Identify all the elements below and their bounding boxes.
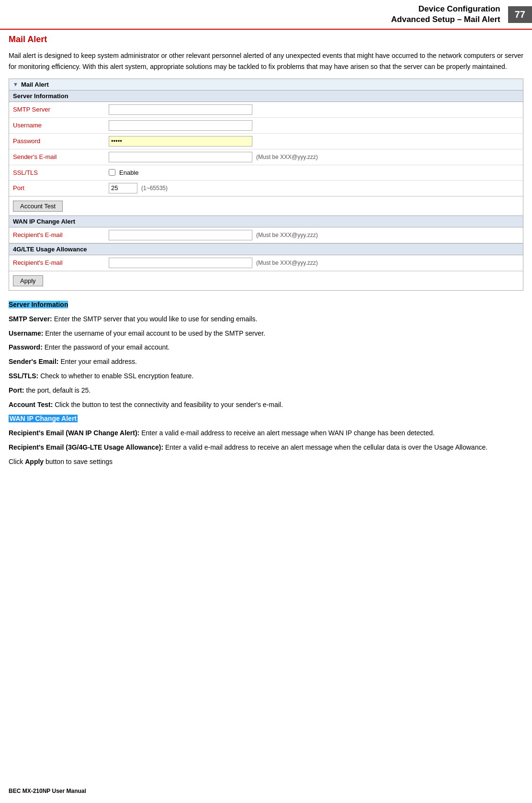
desc-smtp: SMTP Server: Enter the SMTP server that … [9, 314, 523, 325]
desc-wan-recipient: Recipient's Email (WAN IP Change Alert):… [9, 428, 523, 439]
ssl-tls-checkbox[interactable] [109, 169, 115, 176]
page-title: Mail Alert [9, 34, 523, 45]
password-row: Password [9, 134, 523, 149]
wan-recipient-input[interactable] [109, 230, 252, 240]
desc-password: Password: Enter the password of your ema… [9, 342, 523, 353]
desc-port-bold: Port: [9, 386, 24, 394]
page-header: Device Configuration Advanced Setup – Ma… [0, 0, 532, 30]
desc-ssl-text: Check to whether to enable SSL encryptio… [40, 372, 193, 380]
desc-senders-email: Sender's Email: Enter your email address… [9, 356, 523, 368]
mail-alert-panel: ▼ Mail Alert Server Information SMTP Ser… [9, 79, 523, 291]
apply-button[interactable]: Apply [13, 275, 43, 286]
smtp-server-input[interactable] [109, 104, 252, 115]
lte-recipient-label: Recipient's E-mail [13, 259, 109, 266]
ssl-enable-label: Enable [119, 169, 138, 176]
panel-arrow-icon: ▼ [13, 81, 18, 87]
desc-username-bold: Username: [9, 329, 43, 337]
wan-recipient-row: Recipient's E-mail (Must be XXX@yyy.zzz) [9, 227, 523, 243]
lte-label: 4G/LTE Usage Allowance [13, 246, 87, 253]
desc-account-test-text: Click the button to test the connectivit… [55, 401, 283, 408]
header-title-line2: Advanced Setup – Mail Alert [391, 14, 500, 25]
lte-recipient-row: Recipient's E-mail (Must be XXX@yyy.zzz) [9, 255, 523, 271]
apply-note-bold: Apply [25, 458, 44, 465]
apply-note-text2: button to save settings [44, 458, 113, 465]
footer: BEC MX-210NP User Manual [9, 788, 86, 794]
server-info-label: Server Information [13, 92, 68, 100]
desc-ssl: SSL/TLS: Check to whether to enable SSL … [9, 371, 523, 382]
port-hint: (1~65535) [141, 185, 168, 192]
username-control [109, 120, 519, 131]
wan-ip-highlight: WAN IP Change Alert [9, 415, 78, 422]
desc-apply-note: Click Apply button to save settings [9, 456, 523, 468]
desc-wan-recipient-bold: Recipient's Email (WAN IP Change Alert): [9, 429, 139, 437]
lte-recipient-hint: (Must be XXX@yyy.zzz) [256, 260, 318, 266]
intro-text: Mail alert is designed to keep system ad… [9, 50, 523, 72]
desc-password-text: Enter the password of your email account… [45, 343, 170, 351]
server-info-header: Server Information [9, 90, 523, 102]
header-title-block: Device Configuration Advanced Setup – Ma… [391, 4, 500, 25]
panel-header-label: Mail Alert [21, 81, 49, 88]
password-input[interactable] [109, 136, 252, 147]
description-section: Server Information SMTP Server: Enter th… [9, 299, 523, 468]
panel-header: ▼ Mail Alert [9, 79, 523, 90]
main-content: Mail Alert Mail alert is designed to kee… [0, 34, 532, 489]
desc-password-bold: Password: [9, 343, 43, 351]
ssl-tls-control: Enable [109, 169, 519, 176]
desc-wan-recipient-text: Enter a valid e-mail address to receive … [141, 429, 434, 437]
desc-lte-recipient: Recipient's Email (3G/4G-LTE Usage Allow… [9, 442, 523, 453]
senders-email-row: Sender's E-mail (Must be XXX@yyy.zzz) [9, 149, 523, 165]
password-control [109, 136, 519, 147]
desc-ssl-bold: SSL/TLS: [9, 372, 38, 380]
apply-row: Apply [9, 271, 523, 290]
apply-note-text: Click [9, 458, 25, 465]
header-right: Device Configuration Advanced Setup – Ma… [391, 4, 532, 25]
desc-senders-email-text: Enter your email address. [60, 358, 137, 365]
ssl-tls-row: SSL/TLS Enable [9, 165, 523, 181]
port-label: Port [13, 184, 109, 192]
wan-recipient-control: (Must be XXX@yyy.zzz) [109, 230, 519, 240]
username-label: Username [13, 122, 109, 129]
port-input[interactable] [109, 183, 137, 193]
ssl-tls-label: SSL/TLS [13, 169, 109, 176]
lte-recipient-input[interactable] [109, 258, 252, 268]
desc-account-test: Account Test: Click the button to test t… [9, 399, 523, 411]
desc-port: Port: the port, default is 25. [9, 385, 523, 396]
smtp-server-label: SMTP Server [13, 106, 109, 113]
wan-recipient-label: Recipient's E-mail [13, 231, 109, 238]
smtp-server-control [109, 104, 519, 115]
wan-ip-label: WAN IP Change Alert [13, 218, 75, 225]
desc-smtp-bold: SMTP Server: [9, 315, 52, 323]
wan-recipient-hint: (Must be XXX@yyy.zzz) [256, 232, 318, 238]
desc-lte-recipient-text: Enter a valid e-mail address to receive … [165, 443, 487, 451]
lte-recipient-control: (Must be XXX@yyy.zzz) [109, 258, 519, 268]
username-row: Username [9, 118, 523, 134]
desc-smtp-text: Enter the SMTP server that you would lik… [54, 315, 258, 323]
senders-email-label: Sender's E-mail [13, 153, 109, 160]
senders-email-control: (Must be XXX@yyy.zzz) [109, 152, 519, 162]
senders-email-input[interactable] [109, 152, 252, 162]
smtp-server-row: SMTP Server [9, 102, 523, 118]
page-number: 77 [508, 6, 532, 23]
lte-header: 4G/LTE Usage Allowance [9, 243, 523, 255]
server-info-highlight: Server Information [9, 301, 68, 308]
port-row: Port (1~65535) [9, 181, 523, 196]
port-control: (1~65535) [109, 183, 519, 193]
desc-username: Username: Enter the username of your ema… [9, 328, 523, 339]
desc-account-test-bold: Account Test: [9, 401, 53, 408]
desc-lte-recipient-bold: Recipient's Email (3G/4G-LTE Usage Allow… [9, 443, 163, 451]
account-test-row: Account Test [9, 196, 523, 215]
username-input[interactable] [109, 120, 252, 131]
password-label: Password [13, 137, 109, 145]
desc-port-text: the port, default is 25. [26, 386, 91, 394]
footer-text: BEC MX-210NP User Manual [9, 788, 86, 794]
desc-username-text: Enter the username of your email account… [45, 329, 265, 337]
wan-ip-header: WAN IP Change Alert [9, 215, 523, 227]
account-test-button[interactable]: Account Test [13, 201, 63, 212]
server-info-highlight-para: Server Information [9, 299, 523, 311]
senders-email-hint: (Must be XXX@yyy.zzz) [256, 154, 318, 160]
header-title-line1: Device Configuration [391, 4, 500, 14]
wan-ip-highlight-para: WAN IP Change Alert [9, 413, 523, 425]
desc-senders-email-bold: Sender's Email: [9, 358, 58, 365]
